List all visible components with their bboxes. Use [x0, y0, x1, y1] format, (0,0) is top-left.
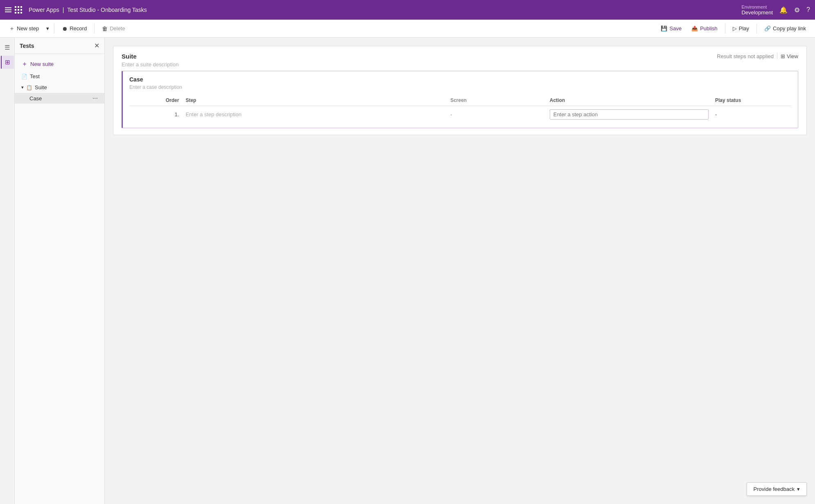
steps-table: Order Step Screen Action Play status 1. … — [129, 95, 791, 123]
save-button[interactable]: 💾 Save — [657, 22, 686, 35]
content-area: Suite Enter a suite description Result s… — [105, 38, 815, 504]
step-screen: - — [447, 106, 546, 123]
play-icon: ▷ — [733, 25, 737, 32]
toolbar-separator-1 — [54, 24, 54, 34]
link-icon: 🔗 — [764, 25, 771, 32]
plus-icon: ＋ — [9, 25, 15, 32]
environment-label: Environment — [741, 5, 767, 9]
sidebar-close-button[interactable]: ✕ — [94, 42, 99, 50]
environment-info: Environment Development — [741, 5, 773, 16]
sidebar-header: Tests ✕ — [15, 38, 104, 54]
step-description: Enter a step description — [182, 106, 447, 123]
case-description-placeholder: Enter a case description — [129, 84, 791, 90]
col-header-playstatus: Play status — [712, 95, 791, 106]
delete-label: Delete — [110, 25, 125, 32]
sidebar-content: ＋ New suite 📄 Test ▾ 📋 Suite Case ··· — [15, 54, 104, 504]
environment-name: Development — [741, 9, 773, 16]
sidebar-title: Tests — [20, 43, 34, 49]
nav-tests-button[interactable]: ⊞ — [1, 56, 14, 69]
play-button[interactable]: ▷ Play — [729, 22, 753, 35]
delete-icon: 🗑 — [102, 25, 108, 32]
provide-feedback-button[interactable]: Provide feedback ▾ — [747, 482, 807, 496]
menu-icon: ☰ — [5, 44, 10, 51]
publish-icon: 📤 — [691, 25, 698, 32]
suite-view-button[interactable]: ⊞ View — [781, 53, 798, 59]
new-suite-label: New suite — [30, 61, 54, 67]
copy-play-link-button[interactable]: 🔗 Copy play link — [760, 22, 810, 35]
notifications-button[interactable]: 🔔 — [779, 6, 788, 14]
sidebar-item-case[interactable]: Case ··· — [15, 93, 104, 104]
col-header-action: Action — [546, 95, 712, 106]
plus-icon: ＋ — [21, 60, 28, 68]
new-step-button[interactable]: ＋ New step — [5, 22, 43, 35]
gear-icon: ⚙ — [794, 6, 800, 14]
bell-icon: 🔔 — [779, 6, 788, 14]
suite-description-placeholder: Enter a suite description — [122, 61, 178, 68]
new-suite-button[interactable]: ＋ New suite — [15, 57, 104, 71]
help-button[interactable]: ? — [806, 6, 810, 14]
step-description-placeholder: Enter a step description — [185, 111, 242, 118]
topbar-right: Environment Development 🔔 ⚙ ? — [741, 5, 810, 16]
toolbar-separator-3 — [725, 24, 725, 34]
case-title: Case — [129, 76, 791, 83]
record-icon: ⏺ — [62, 25, 68, 32]
chevron-down-icon: ▾ — [21, 85, 24, 90]
topbar: Power Apps | Test Studio - Onboarding Ta… — [0, 0, 815, 20]
tests-icon: ⊞ — [5, 59, 10, 66]
step-order: 1. — [129, 106, 182, 123]
case-options-button[interactable]: ··· — [93, 95, 98, 102]
feedback-label: Provide feedback — [754, 486, 795, 492]
doc-icon: 📄 — [21, 74, 27, 79]
nav-menu-button[interactable]: ☰ — [1, 41, 14, 54]
col-header-step: Step — [182, 95, 447, 106]
step-action-input[interactable] — [550, 109, 709, 120]
question-icon: ? — [806, 6, 810, 14]
settings-button[interactable]: ⚙ — [794, 6, 800, 14]
save-icon: 💾 — [661, 25, 667, 32]
delete-button[interactable]: 🗑 Delete — [98, 22, 129, 35]
topbar-separator: | — [63, 7, 64, 13]
play-label: Play — [739, 25, 749, 32]
toolbar-separator-4 — [756, 24, 757, 34]
nav-strip: ☰ ⊞ — [0, 38, 15, 504]
toolbar: ＋ New step ▾ ⏺ Record 🗑 Delete 💾 Save 📤 … — [0, 20, 815, 38]
record-button[interactable]: ⏺ Record — [58, 22, 91, 35]
hamburger-menu-button[interactable] — [5, 7, 11, 12]
new-step-label: New step — [17, 25, 39, 32]
case-label: Case — [29, 95, 42, 102]
view-label: View — [787, 53, 798, 59]
steps-header-row: Order Step Screen Action Play status — [129, 95, 791, 106]
studio-title: Test Studio - Onboarding Tasks — [67, 7, 147, 13]
suite-icon: 📋 — [26, 85, 32, 90]
col-header-screen: Screen — [447, 95, 546, 106]
toolbar-right-actions: 💾 Save 📤 Publish ▷ Play 🔗 Copy play link — [657, 22, 810, 35]
table-row: 1. Enter a step description - - — [129, 106, 791, 123]
app-name: Power Apps — [29, 7, 59, 13]
sidebar-item-test[interactable]: 📄 Test — [15, 71, 104, 82]
sidebar-item-suite[interactable]: ▾ 📋 Suite — [15, 82, 104, 93]
suite-title: Suite — [122, 53, 178, 60]
chevron-down-icon: ▾ — [46, 25, 49, 32]
main-layout: ☰ ⊞ Tests ✕ ＋ New suite 📄 Test ▾ 📋 — [0, 38, 815, 504]
steps-table-header: Order Step Screen Action Play status — [129, 95, 791, 106]
view-icon: ⊞ — [781, 53, 785, 59]
copy-play-link-label: Copy play link — [773, 25, 806, 32]
col-header-order: Order — [129, 95, 182, 106]
hamburger-icon — [5, 7, 11, 12]
suite-actions: Result steps not applied ⊞ View — [717, 53, 798, 59]
sidebar-test-label: Test — [30, 73, 40, 79]
publish-label: Publish — [700, 25, 718, 32]
toolbar-separator-2 — [94, 24, 95, 34]
result-steps-status: Result steps not applied — [717, 53, 774, 59]
chevron-down-icon: ▾ — [797, 486, 800, 492]
new-step-dropdown-button[interactable]: ▾ — [45, 22, 51, 35]
sidebar: Tests ✕ ＋ New suite 📄 Test ▾ 📋 Suite Cas… — [15, 38, 105, 504]
step-action-cell — [546, 106, 712, 123]
steps-table-body: 1. Enter a step description - - — [129, 106, 791, 123]
record-label: Record — [70, 25, 87, 32]
apps-grid-icon — [15, 6, 22, 14]
suite-actions-separator — [777, 53, 777, 59]
publish-button[interactable]: 📤 Publish — [687, 22, 722, 35]
sidebar-suite-label: Suite — [35, 84, 47, 90]
step-play-status: - — [712, 106, 791, 123]
